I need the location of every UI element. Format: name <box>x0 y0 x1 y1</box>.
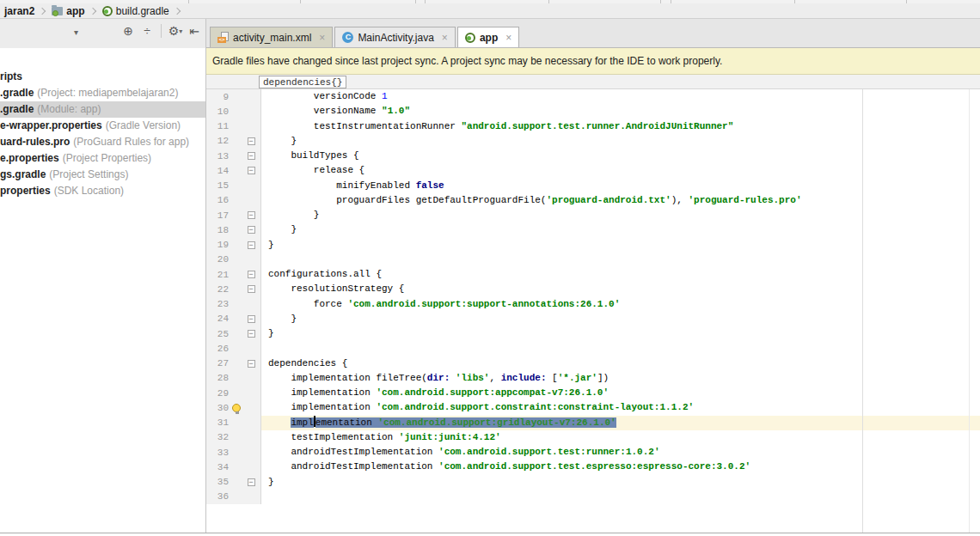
code-text: versionName "1.0" <box>261 104 980 119</box>
code-text: } <box>261 326 980 341</box>
close-icon[interactable]: × <box>505 32 511 44</box>
fold-end-icon[interactable]: − <box>248 315 255 323</box>
hide-panel-icon[interactable]: ⇤ <box>187 24 202 38</box>
fold-end-icon[interactable]: − <box>248 226 255 234</box>
notification-message: Gradle files have changed since last pro… <box>212 55 722 67</box>
line-number: 27 <box>206 358 229 368</box>
gutter: 32 <box>206 430 261 445</box>
tree-item-filename: .gradle <box>0 87 34 99</box>
fold-start-icon[interactable]: − <box>248 285 255 293</box>
code-line-9[interactable]: 9 versionCode 1 <box>206 89 980 104</box>
tree-item-uard-rules.pro[interactable]: uard-rules.pro(ProGuard Rules for app) <box>0 134 205 150</box>
code-line-28[interactable]: 28 implementation fileTree(dir: 'libs', … <box>206 371 980 386</box>
code-line-14[interactable]: 14− release { <box>206 163 980 178</box>
fold-start-icon[interactable]: − <box>248 152 255 160</box>
breadcrumb-item-jaran2[interactable]: jaran2 <box>3 5 36 17</box>
code-line-23[interactable]: 23 force 'com.android.support:support-an… <box>206 297 980 312</box>
code-line-15[interactable]: 15 minifyEnabled false <box>206 179 980 193</box>
code-line-32[interactable]: 32 testImplementation 'junit:junit:4.12' <box>206 430 980 445</box>
gutter: 28 <box>206 371 261 386</box>
scrollbar-track-edge[interactable] <box>969 89 970 533</box>
code-text: implementation 'com.android.support.cons… <box>261 400 980 415</box>
code-line-36[interactable]: 36 <box>206 490 980 504</box>
breadcrumb-item-app[interactable]: app <box>50 5 86 17</box>
code-line-21[interactable]: 21−configurations.all { <box>206 267 980 282</box>
code-line-25[interactable]: 25−} <box>206 326 980 341</box>
code-line-17[interactable]: 17− } <box>206 208 980 222</box>
code-line-18[interactable]: 18− } <box>206 222 980 237</box>
tree-item-filename: .gradle <box>0 103 34 115</box>
chevron-right-icon <box>89 7 95 14</box>
code-line-10[interactable]: 10 versionName "1.0" <box>206 104 980 119</box>
fold-end-icon[interactable]: − <box>248 137 255 145</box>
gutter: 27− <box>206 356 261 371</box>
code-text: androidTestImplementation 'com.android.s… <box>261 460 980 474</box>
fold-start-icon[interactable]: − <box>248 167 255 174</box>
gutter: 30 <box>206 400 261 415</box>
close-icon[interactable]: × <box>319 32 325 44</box>
code-line-31[interactable]: 31 implementation 'com.android.support:g… <box>206 416 980 430</box>
code-line-26[interactable]: 26 <box>206 341 980 356</box>
code-line-19[interactable]: 19−} <box>206 238 980 253</box>
code-line-20[interactable]: 20 <box>206 253 980 267</box>
dropdown-caret-icon: ▾ <box>179 27 182 35</box>
code-text: proguardFiles getDefaultProguardFile('pr… <box>261 193 980 208</box>
project-pane: ▾ ⊕÷⚙▾⇤ ripts.gradle(Project: mediapembe… <box>0 19 206 533</box>
gutter: 29 <box>206 386 261 400</box>
code-line-13[interactable]: 13− buildTypes { <box>206 149 980 163</box>
fold-end-icon[interactable]: − <box>248 330 255 338</box>
tab-MainActivity.java[interactable]: CMainActivity.java× <box>334 27 456 47</box>
code-line-11[interactable]: 11 testInstrumentationRunner "android.su… <box>206 119 980 134</box>
line-number: 29 <box>206 388 229 399</box>
tree-item-e-wrapper.properties[interactable]: e-wrapper.properties(Gradle Version) <box>0 118 205 134</box>
lightbulb-icon[interactable] <box>232 404 241 412</box>
fold-end-icon[interactable]: − <box>248 478 255 486</box>
line-number: 28 <box>206 373 229 383</box>
right-margin-guide <box>862 89 863 533</box>
code-line-22[interactable]: 22− resolutionStrategy { <box>206 282 980 296</box>
locate-icon[interactable]: ⊕ <box>120 24 136 38</box>
fold-end-icon[interactable]: − <box>248 211 255 219</box>
fold-start-icon[interactable]: − <box>248 360 255 368</box>
gradle-sync-notification: Gradle files have changed since last pro… <box>206 48 980 75</box>
settings-icon[interactable]: ⚙▾ <box>168 24 183 38</box>
code-line-33[interactable]: 33 androidTestImplementation 'com.androi… <box>206 445 980 460</box>
fold-end-icon[interactable]: − <box>248 241 255 249</box>
collapse-all-icon[interactable]: ÷ <box>139 24 155 38</box>
tree-item-filename: e.properties <box>0 152 59 164</box>
tab-activity_main.xml[interactable]: <>activity_main.xml× <box>210 27 333 47</box>
tree-item-properties[interactable]: properties(SDK Location) <box>0 183 205 199</box>
tree-item-.gradle[interactable]: .gradle(Module: app) <box>0 101 205 118</box>
code-line-27[interactable]: 27−dependencies { <box>206 356 980 371</box>
tree-item-ripts[interactable]: ripts <box>0 69 205 85</box>
close-icon[interactable]: × <box>442 32 448 44</box>
tree-item-description: (SDK Location) <box>54 185 124 197</box>
code-text: dependencies { <box>261 356 980 371</box>
tab-label: MainActivity.java <box>358 32 433 44</box>
fold-start-icon[interactable]: − <box>248 271 255 278</box>
context-chip-dependencies[interactable]: dependencies{} <box>259 76 346 88</box>
xml-file-icon: <> <box>217 32 229 43</box>
code-line-12[interactable]: 12− } <box>206 134 980 149</box>
tree-item-gs.gradle[interactable]: gs.gradle(Project Settings) <box>0 167 205 183</box>
view-dropdown-caret-icon[interactable]: ▾ <box>74 27 78 37</box>
gutter: 9 <box>206 89 261 104</box>
breadcrumb-item-build.gradle[interactable]: build.gradle <box>101 5 171 17</box>
code-line-24[interactable]: 24− } <box>206 312 980 326</box>
code-line-16[interactable]: 16 proguardFiles getDefaultProguardFile(… <box>206 193 980 208</box>
code-line-30[interactable]: 30 implementation 'com.android.support.c… <box>206 400 980 415</box>
tree-item-e.properties[interactable]: e.properties(Project Properties) <box>0 150 205 167</box>
code-line-35[interactable]: 35−} <box>206 475 980 490</box>
code-line-34[interactable]: 34 androidTestImplementation 'com.androi… <box>206 460 980 474</box>
code-line-29[interactable]: 29 implementation 'com.android.support:a… <box>206 386 980 400</box>
tab-app[interactable]: app× <box>457 27 519 47</box>
gutter: 35− <box>206 475 261 490</box>
line-number: 13 <box>206 151 229 161</box>
code-text: } <box>261 312 980 326</box>
code-editor[interactable]: 9 versionCode 110 versionName "1.0"11 te… <box>206 89 980 533</box>
tree-item-filename: uard-rules.pro <box>0 136 70 148</box>
line-number: 26 <box>206 344 229 354</box>
line-number: 30 <box>206 403 229 413</box>
tree-item-.gradle[interactable]: .gradle(Project: mediapembelajaran2) <box>0 85 205 101</box>
line-number: 32 <box>206 432 229 442</box>
